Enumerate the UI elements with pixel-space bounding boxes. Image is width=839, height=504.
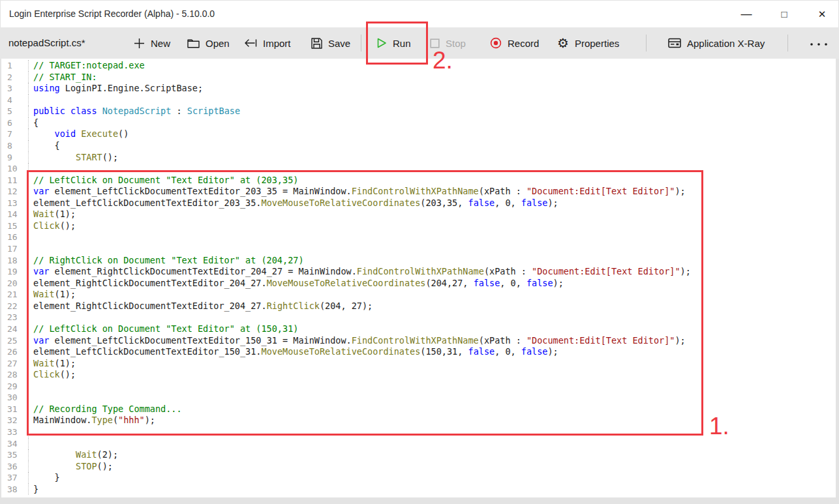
line-number: 32	[1, 415, 29, 426]
close-button[interactable]: ✕	[807, 1, 837, 27]
code-line[interactable]: 27Wait(1);	[1, 358, 836, 370]
code-line[interactable]: 18// RightClick on Document "Text Editor…	[1, 255, 836, 267]
minimize-button[interactable]: —	[731, 1, 761, 27]
code-text: {	[29, 140, 60, 152]
code-line[interactable]: 15Click();	[1, 220, 836, 232]
code-line[interactable]: 34	[1, 438, 836, 450]
code-line[interactable]: 29	[1, 381, 836, 393]
code-line[interactable]: 11// LeftClick on Document "Text Editor"…	[1, 175, 836, 186]
line-number: 30	[1, 392, 29, 404]
application-xray-label: Application X-Ray	[687, 38, 765, 49]
code-line[interactable]: 36 STOP();	[1, 461, 836, 473]
code-line[interactable]: 38}	[1, 484, 836, 496]
code-line[interactable]: 3using LoginPI.Engine.ScriptBase;	[1, 83, 836, 95]
line-number: 18	[1, 255, 29, 267]
code-line[interactable]: 2// START_IN:	[1, 72, 836, 83]
line-number: 13	[1, 198, 29, 209]
line-number: 33	[1, 426, 29, 438]
code-text: Wait(1);	[29, 209, 76, 220]
code-text: var element_LeftClickDocumentTextEditor_…	[29, 186, 686, 198]
line-number: 28	[1, 369, 29, 381]
code-text	[29, 163, 33, 175]
open-button[interactable]: Open	[187, 27, 230, 59]
properties-button-label: Properties	[575, 38, 619, 49]
code-line[interactable]: 12var element_LeftClickDocumentTextEdito…	[1, 186, 836, 198]
code-line[interactable]: 5public class NotepadScript : ScriptBase	[1, 106, 836, 117]
folder-icon	[187, 38, 200, 48]
code-line[interactable]: 21Wait(1);	[1, 289, 836, 301]
line-number: 37	[1, 472, 29, 484]
code-text	[29, 243, 33, 255]
code-line[interactable]: 7 void Execute()	[1, 128, 836, 140]
new-button-label: New	[151, 38, 170, 49]
save-button[interactable]: Save	[311, 27, 350, 59]
code-text: Wait(1);	[29, 358, 76, 370]
code-line[interactable]: 25var element_LeftClickDocumentTextEdito…	[1, 335, 836, 347]
line-number: 21	[1, 289, 29, 301]
run-button-label: Run	[393, 38, 411, 49]
import-button[interactable]: Import	[244, 27, 291, 59]
properties-button[interactable]: ⚙ Properties	[557, 27, 619, 59]
line-number: 34	[1, 438, 29, 450]
line-number: 17	[1, 243, 29, 255]
line-number: 4	[1, 95, 29, 106]
line-number: 3	[1, 83, 29, 95]
code-text: using LoginPI.Engine.ScriptBase;	[29, 83, 203, 95]
line-number: 35	[1, 449, 29, 461]
line-number: 27	[1, 358, 29, 370]
line-number: 7	[1, 128, 29, 140]
code-line[interactable]: 6{	[1, 117, 836, 129]
code-line[interactable]: 10	[1, 163, 836, 175]
code-line[interactable]: 13element_LeftClickDocumentTextEditor_20…	[1, 198, 836, 209]
code-line[interactable]: 23	[1, 312, 836, 323]
code-text: STOP();	[29, 461, 113, 473]
line-number: 20	[1, 278, 29, 289]
code-text: Wait(2);	[29, 449, 118, 461]
application-xray-button[interactable]: Application X-Ray	[668, 27, 765, 59]
code-text: element_RightClickDocumentTextEditor_204…	[29, 278, 564, 289]
line-number: 10	[1, 163, 29, 175]
code-line[interactable]: 17	[1, 243, 836, 255]
line-number: 36	[1, 461, 29, 473]
line-number: 19	[1, 266, 29, 278]
code-text	[29, 426, 33, 438]
run-button[interactable]: Run	[377, 27, 411, 59]
code-line[interactable]: 28Click();	[1, 369, 836, 381]
new-button[interactable]: New	[134, 27, 170, 59]
line-number: 23	[1, 312, 29, 323]
code-line[interactable]: 22element_RightClickDocumentTextEditor_2…	[1, 301, 836, 312]
line-number: 26	[1, 346, 29, 358]
code-line[interactable]: 30	[1, 392, 836, 404]
record-dot-icon	[490, 37, 502, 49]
code-line[interactable]: 35 Wait(2);	[1, 449, 836, 461]
toolbar-separator	[787, 35, 788, 52]
code-line[interactable]: 4	[1, 95, 836, 106]
code-text: // Recording Type Command...	[29, 404, 182, 415]
window-title: Login Enterprise Script Recorder (Alpha)…	[9, 1, 215, 27]
line-number: 8	[1, 140, 29, 152]
code-line[interactable]: 37 }	[1, 472, 836, 484]
code-text: element_LeftClickDocumentTextEditor_203_…	[29, 198, 558, 209]
import-button-label: Import	[263, 38, 291, 49]
ellipsis-icon	[809, 37, 830, 49]
line-number: 1	[1, 60, 29, 72]
more-options-button[interactable]	[809, 27, 830, 59]
code-text: element_RightClickDocumentTextEditor_204…	[29, 301, 373, 312]
maximize-button[interactable]: □	[769, 1, 799, 27]
code-line[interactable]: 14Wait(1);	[1, 209, 836, 220]
code-line[interactable]: 16	[1, 231, 836, 243]
code-line[interactable]: 24// LeftClick on Document "Text Editor"…	[1, 323, 836, 335]
code-line[interactable]: 19var element_RightClickDocumentTextEdit…	[1, 266, 836, 278]
code-text: Wait(1);	[29, 289, 76, 301]
code-text: // LeftClick on Document "Text Editor" a…	[29, 323, 298, 335]
code-line[interactable]: 8 {	[1, 140, 836, 152]
line-number: 29	[1, 381, 29, 393]
code-text: // LeftClick on Document "Text Editor" a…	[29, 175, 298, 186]
code-line[interactable]: 1// TARGET:notepad.exe	[1, 60, 836, 72]
code-text: var element_RightClickDocumentTextEditor…	[29, 266, 691, 278]
code-line[interactable]: 26element_LeftClickDocumentTextEditor_15…	[1, 346, 836, 358]
code-line[interactable]: 9 START();	[1, 152, 836, 164]
record-button[interactable]: Record	[490, 27, 539, 59]
code-line[interactable]: 20element_RightClickDocumentTextEditor_2…	[1, 278, 836, 289]
open-file-name: notepadScript.cs*	[8, 27, 85, 59]
